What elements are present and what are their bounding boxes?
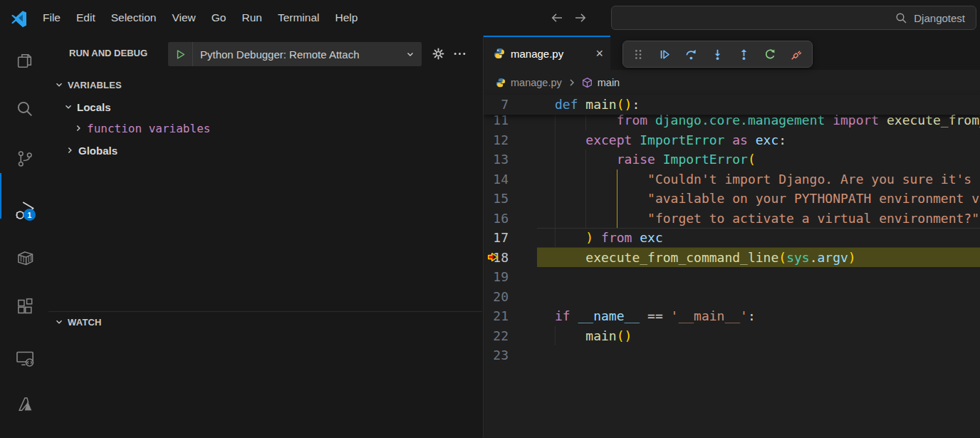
function-variables-tree-item[interactable]: function variables (48, 118, 482, 138)
menu-file[interactable]: File (35, 11, 68, 24)
extensions-icon[interactable] (7, 289, 41, 323)
breakpoint-current-line-icon[interactable] (486, 251, 499, 264)
run-and-debug-icon[interactable]: 1 (7, 193, 41, 227)
continue-icon[interactable] (652, 41, 678, 67)
gutter-line-18[interactable]: 18 (484, 248, 537, 268)
forward-arrow-icon[interactable] (573, 11, 588, 25)
menu-view[interactable]: View (164, 11, 203, 24)
locals-tree-item[interactable]: Locals (48, 97, 482, 117)
indent-guide (585, 209, 586, 229)
gutter-line-13[interactable]: 13 (484, 150, 537, 170)
menu-selection[interactable]: Selection (103, 11, 165, 24)
code-line-23: 23 (484, 345, 980, 365)
menu-edit[interactable]: Edit (68, 11, 103, 24)
azure-icon[interactable] (7, 387, 41, 421)
step-out-icon[interactable] (731, 41, 757, 67)
code-line-15: 15 "available on your PYTHONPATH environ… (484, 189, 980, 209)
menu-run[interactable]: Run (234, 11, 269, 24)
line-number: 17 (484, 228, 537, 248)
chevron-right-icon (65, 145, 75, 155)
variables-section-header[interactable]: VARIABLES (48, 75, 482, 95)
code-line-7: 7def main(): (484, 95, 980, 115)
workspace-name: Djangotest (914, 12, 965, 24)
watch-title: WATCH (68, 317, 102, 328)
line-content[interactable]: "Couldn't import Django. Are you sure it… (537, 170, 980, 189)
step-into-icon[interactable] (704, 41, 731, 67)
tab-close-icon[interactable]: × (595, 47, 603, 60)
restart-icon[interactable] (757, 41, 783, 67)
indent-guide (555, 209, 556, 229)
line-content[interactable] (537, 345, 980, 365)
line-number: 23 (484, 345, 537, 365)
gutter-line-23[interactable]: 23 (484, 345, 537, 365)
bracket-pair-guide (617, 189, 618, 209)
line-content[interactable]: except ImportError as exc: (537, 130, 980, 150)
line-content[interactable]: execute_from_command_line(sys.argv) (537, 248, 980, 268)
line-content[interactable] (537, 267, 980, 287)
line-content[interactable]: ) from exc (537, 228, 980, 248)
debug-configuration-select[interactable]: Python Debugger: Remote Attach (193, 48, 402, 61)
gutter-line-17[interactable]: 17 (484, 228, 537, 248)
breadcrumb: manage.py main (484, 70, 980, 95)
watch-section-header[interactable]: WATCH (48, 312, 482, 332)
line-content[interactable]: main() (537, 326, 980, 346)
command-center-search[interactable]: Djangotest (611, 6, 976, 30)
line-content[interactable] (537, 287, 980, 307)
gutter-line-21[interactable]: 21 (484, 306, 537, 326)
code-line-19: 19 (484, 267, 980, 287)
back-arrow-icon[interactable] (550, 11, 564, 25)
gutter-line-7[interactable]: 7 (484, 95, 537, 115)
chevron-right-icon (73, 123, 83, 133)
indent-guide (585, 189, 586, 209)
breadcrumb-file[interactable]: manage.py (511, 77, 562, 88)
run-and-debug-sidebar: RUN AND DEBUG Python Debugger: Remote At… (48, 36, 484, 438)
function-variables-label: function variables (87, 122, 210, 135)
line-content[interactable]: if __name__ == '__main__': (537, 306, 980, 326)
explorer-icon[interactable] (7, 43, 41, 78)
gutter-line-22[interactable]: 22 (484, 326, 537, 346)
search-icon (895, 12, 907, 24)
chevron-down-icon[interactable] (405, 49, 415, 59)
code-line-14: 14 "Couldn't import Django. Are you sure… (484, 170, 980, 189)
start-debugging-button[interactable] (168, 42, 193, 66)
disconnect-icon[interactable] (783, 41, 810, 67)
line-number: 13 (484, 150, 537, 170)
step-over-icon[interactable] (678, 41, 704, 67)
containers-icon[interactable] (7, 241, 41, 275)
code-area[interactable]: 11 from django.core.management import ex… (484, 110, 980, 365)
menu-help[interactable]: Help (328, 11, 366, 24)
indent-guide (585, 170, 586, 189)
sticky-scroll-line[interactable]: 7def main(): (484, 95, 980, 115)
gutter-line-20[interactable]: 20 (484, 287, 537, 307)
code-line-21: 21if __name__ == '__main__': (484, 306, 980, 326)
code-line-13: 13 raise ImportError( (484, 150, 980, 170)
line-content[interactable]: "forget to activate a virtual environmen… (537, 209, 980, 229)
tab-manage-py[interactable]: manage.py × (484, 36, 610, 70)
menu-go[interactable]: Go (204, 11, 234, 24)
gutter-line-19[interactable]: 19 (484, 267, 537, 287)
variables-title: VARIABLES (68, 80, 122, 90)
activity-bar: 1 (0, 36, 48, 438)
chevron-down-icon (54, 80, 64, 90)
line-content[interactable]: def main(): (537, 95, 980, 115)
line-content[interactable]: "available on your PYTHONPATH environmen… (537, 189, 980, 209)
gutter-line-16[interactable]: 16 (484, 209, 537, 229)
gutter-line-14[interactable]: 14 (484, 170, 537, 189)
gear-icon[interactable] (429, 45, 447, 62)
line-number: 15 (484, 189, 537, 209)
python-icon (496, 78, 506, 88)
menu-terminal[interactable]: Terminal (270, 11, 328, 24)
chevron-right-icon (567, 78, 577, 88)
gripper-icon (625, 41, 652, 67)
gutter-line-12[interactable]: 12 (484, 130, 537, 150)
line-content[interactable]: raise ImportError( (537, 150, 980, 170)
breadcrumb-symbol[interactable]: main (598, 77, 620, 88)
gutter-line-15[interactable]: 15 (484, 189, 537, 209)
debug-toolbar (622, 41, 813, 68)
globals-tree-item[interactable]: Globals (48, 140, 482, 160)
search-icon[interactable] (7, 91, 41, 125)
more-actions-icon[interactable] (451, 45, 468, 62)
line-number: 22 (484, 326, 537, 346)
source-control-icon[interactable] (7, 141, 41, 175)
remote-explorer-icon[interactable] (7, 340, 41, 375)
